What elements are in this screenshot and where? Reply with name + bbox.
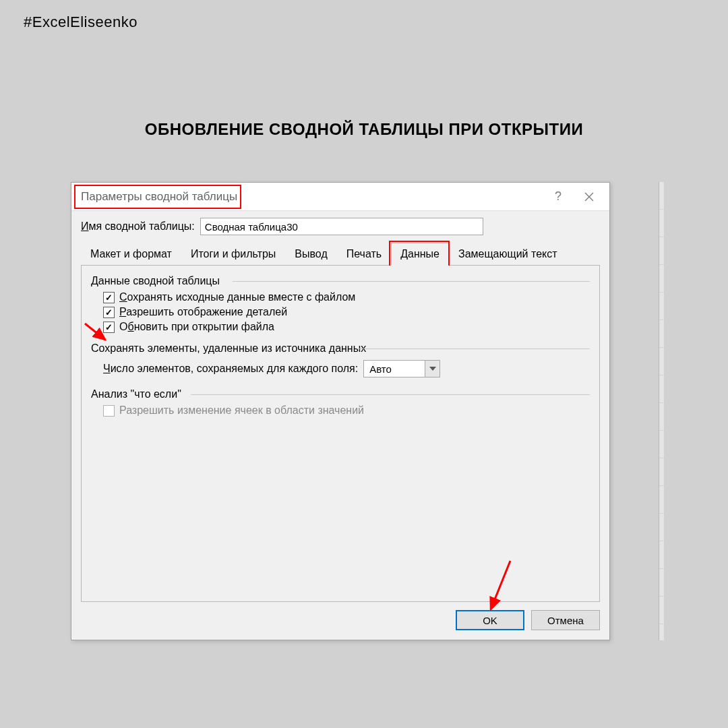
chevron-down-icon bbox=[425, 361, 439, 377]
check-label-2: Обновить при открытии файла bbox=[119, 321, 274, 333]
close-button[interactable] bbox=[584, 191, 597, 202]
checkbox-2[interactable] bbox=[103, 322, 115, 333]
whatif-label: Разрешить изменение ячеек в области знач… bbox=[119, 404, 364, 417]
dialog-title: Параметры сводной таблицы bbox=[77, 189, 241, 205]
tab-1[interactable]: Итоги и фильтры bbox=[181, 243, 285, 266]
ok-button[interactable]: OK bbox=[456, 610, 524, 630]
check-label-1: Разрешить отображение деталей bbox=[119, 306, 287, 318]
help-button[interactable]: ? bbox=[551, 189, 565, 204]
dialog-footer: OK Отмена bbox=[81, 602, 600, 630]
cancel-button[interactable]: Отмена bbox=[531, 610, 600, 630]
check-label-0: Сохранять исходные данные вместе с файло… bbox=[119, 291, 355, 303]
retain-label: Число элементов, сохраняемых для каждого… bbox=[103, 363, 358, 375]
tab-2[interactable]: Вывод bbox=[285, 243, 336, 266]
pivot-options-dialog: Параметры сводной таблицы ? Имя сводной … bbox=[71, 182, 610, 640]
dialog-titlebar: Параметры сводной таблицы ? bbox=[71, 183, 609, 211]
spreadsheet-edge bbox=[659, 182, 664, 640]
whatif-check-row: Разрешить изменение ячеек в области знач… bbox=[103, 404, 590, 417]
pivot-name-row: Имя сводной таблицы: bbox=[81, 218, 600, 235]
check-row-0: Сохранять исходные данные вместе с файло… bbox=[103, 291, 590, 303]
page-hashtag: #ExcelEliseenko bbox=[24, 13, 138, 31]
dialog-tabs: Макет и форматИтоги и фильтрыВыводПечать… bbox=[81, 242, 600, 266]
pivot-name-input[interactable] bbox=[200, 218, 483, 235]
check-row-2: Обновить при открытии файла bbox=[103, 321, 590, 333]
tab-3[interactable]: Печать bbox=[337, 243, 391, 266]
page-title: ОБНОВЛЕНИЕ СВОДНОЙ ТАБЛИЦЫ ПРИ ОТКРЫТИИ bbox=[0, 120, 728, 139]
whatif-checkbox bbox=[103, 405, 115, 417]
retain-items-select[interactable]: Авто bbox=[363, 360, 440, 377]
checkbox-1[interactable] bbox=[103, 307, 115, 318]
group-whatif: Анализ "что если" bbox=[91, 388, 590, 400]
check-row-1: Разрешить отображение деталей bbox=[103, 306, 590, 318]
tab-4[interactable]: Данные bbox=[391, 243, 449, 266]
group-pivot-data: Данные сводной таблицы bbox=[91, 275, 590, 287]
group-retain: Сохранять элементы, удаленные из источни… bbox=[91, 342, 590, 355]
pivot-name-label: Имя сводной таблицы: bbox=[81, 220, 195, 233]
retain-items-row: Число элементов, сохраняемых для каждого… bbox=[103, 360, 590, 377]
checkbox-0[interactable] bbox=[103, 292, 115, 303]
tab-0[interactable]: Макет и формат bbox=[81, 243, 181, 266]
tab-5[interactable]: Замещающий текст bbox=[449, 243, 567, 266]
tab-panel-data: Данные сводной таблицы Сохранять исходны… bbox=[81, 266, 600, 602]
